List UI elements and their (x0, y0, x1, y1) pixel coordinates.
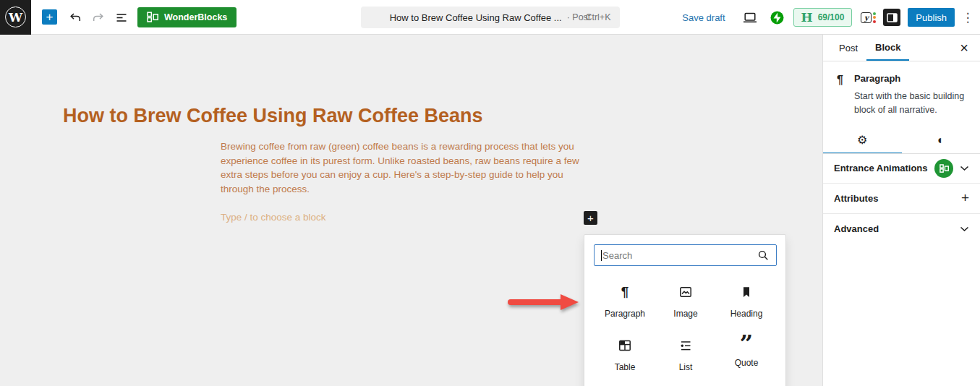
close-icon: × (960, 40, 968, 56)
redo-button[interactable] (90, 9, 107, 26)
contrast-icon: ◐ (937, 134, 945, 147)
kebab-icon: ⋮ (962, 11, 974, 25)
yoast-icon: y (861, 12, 872, 23)
list-view-icon (115, 11, 128, 24)
wonderblocks-button[interactable]: WonderBlocks (137, 7, 237, 27)
undo-icon (69, 11, 82, 24)
wonderblocks-blocks-icon (147, 12, 158, 22)
wordpress-logo-icon: W (5, 7, 26, 27)
block-card-description: Start with the basic building block of a… (854, 90, 968, 118)
document-title: How to Brew Coffee Using Raw Coffee ... (390, 12, 562, 23)
inline-block-inserter-button[interactable]: + (584, 211, 597, 225)
panel-attributes[interactable]: Attributes + (823, 184, 980, 214)
post-paragraph-block[interactable]: Brewing coffee from raw (green) coffee b… (221, 140, 585, 196)
list-view-button[interactable] (113, 9, 130, 26)
jetpack-button[interactable] (769, 9, 786, 26)
undo-button[interactable] (67, 9, 84, 26)
block-option-quote[interactable]: ” Quote (716, 338, 777, 372)
block-option-image[interactable]: Image (655, 285, 716, 319)
sidebar-tab-bar: Post Block × (823, 35, 980, 61)
post-title-heading[interactable]: How to Brew Coffee Using Raw Coffee Bean… (63, 105, 569, 127)
publish-label: Publish (916, 12, 947, 23)
empty-block-placeholder[interactable]: Type / to choose a block (221, 212, 326, 223)
jetpack-icon (770, 11, 784, 25)
document-overview-pill[interactable]: How to Brew Coffee Using Raw Coffee ... … (361, 7, 620, 28)
panel-entrance-animations[interactable]: Entrance Animations (823, 154, 980, 184)
redo-icon (92, 11, 105, 24)
panel-advanced[interactable]: Advanced (823, 214, 980, 244)
inserter-search-box[interactable] (594, 244, 777, 266)
paragraph-icon: ¶ (837, 74, 844, 118)
preview-button[interactable] (741, 9, 759, 26)
paragraph-icon: ¶ (621, 285, 629, 299)
block-inserter-toggle-button[interactable]: + (42, 9, 57, 25)
search-icon (757, 249, 770, 262)
search-input[interactable] (602, 250, 757, 261)
command-palette-shortcut: Ctrl+K (585, 12, 610, 22)
block-option-heading[interactable]: Heading (716, 285, 777, 319)
desktop-preview-icon (743, 12, 757, 24)
block-option-paragraph[interactable]: ¶ Paragraph (595, 285, 655, 319)
tab-block[interactable]: Block (866, 35, 909, 61)
wordpress-logo[interactable]: W (0, 0, 31, 35)
wonderblocks-badge-icon (934, 159, 953, 178)
list-icon (678, 338, 693, 353)
publish-button[interactable]: Publish (908, 8, 955, 27)
sidebar-icon-tabs: ⚙ ◐ (823, 128, 980, 154)
inserter-block-grid: ¶ Paragraph Image Heading (584, 285, 787, 372)
settings-sidebar: Post Block × ¶ Paragraph Start with the … (822, 35, 980, 386)
close-sidebar-button[interactable]: × (954, 35, 974, 61)
annotation-arrow (506, 292, 580, 312)
block-card-title: Paragraph (854, 73, 968, 84)
block-option-table[interactable]: Table (595, 338, 655, 372)
tab-styles[interactable]: ◐ (902, 128, 980, 153)
quote-icon: ” (740, 338, 753, 348)
save-draft-button[interactable]: Save draft (682, 12, 725, 23)
tab-post[interactable]: Post (830, 35, 866, 61)
yoast-seo-button[interactable]: y (861, 12, 876, 23)
seo-score-badge[interactable]: H 69/100 (793, 8, 853, 27)
image-icon (678, 285, 693, 299)
yoast-traffic-light-icon (873, 12, 876, 23)
chevron-down-icon (960, 226, 969, 232)
seo-score-value: 69/100 (818, 12, 845, 22)
top-bar-actions: Save draft H 69/100 y (682, 0, 974, 35)
plus-icon: + (587, 212, 594, 224)
settings-sidebar-toggle-button[interactable] (883, 9, 900, 26)
options-menu-button[interactable]: ⋮ (961, 10, 974, 25)
bookmark-icon (739, 285, 754, 299)
tab-settings[interactable]: ⚙ (823, 128, 902, 153)
chevron-down-icon (960, 166, 969, 171)
plus-icon: + (961, 190, 969, 206)
block-card: ¶ Paragraph Start with the basic buildin… (823, 61, 980, 128)
editor-top-bar: W + WonderBlocks How to Brew Coffee Us (0, 0, 980, 35)
gear-icon: ⚙ (857, 133, 867, 147)
text-caret (601, 250, 602, 261)
wonderblocks-label: WonderBlocks (164, 12, 227, 22)
seo-letter-icon: H (801, 10, 813, 25)
plus-icon: + (46, 10, 54, 24)
sidebar-panel-icon (887, 13, 898, 22)
editor-canvas: How to Brew Coffee Using Raw Coffee Bean… (0, 35, 822, 386)
quick-inserter-popup: ¶ Paragraph Image Heading (584, 234, 786, 386)
table-icon (618, 338, 632, 353)
block-option-list[interactable]: List (655, 338, 716, 372)
block-card-text: Paragraph Start with the basic building … (854, 73, 968, 118)
